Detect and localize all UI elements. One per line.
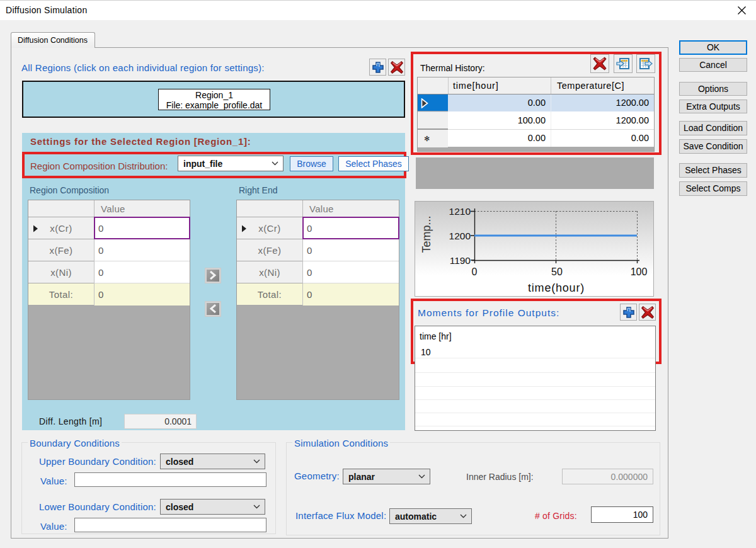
svg-text:100: 100 xyxy=(631,266,648,277)
svg-text:1200: 1200 xyxy=(449,231,471,241)
svg-text:Temp...: Temp... xyxy=(420,215,433,253)
svg-text:0: 0 xyxy=(472,266,478,277)
svg-text:1190: 1190 xyxy=(450,255,471,266)
svg-text:1210: 1210 xyxy=(449,206,471,217)
svg-text:time(hour): time(hour) xyxy=(528,282,585,294)
svg-text:50: 50 xyxy=(551,266,563,277)
